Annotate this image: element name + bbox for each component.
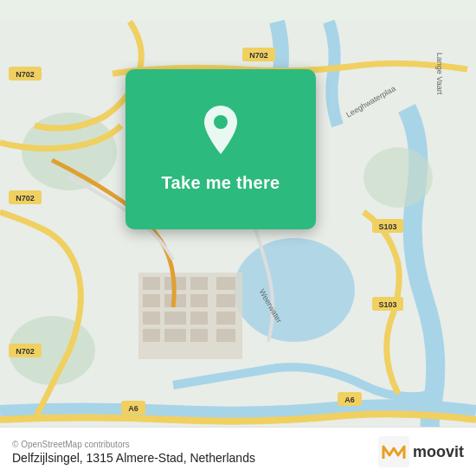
svg-text:N702: N702: [16, 347, 35, 356]
bottom-left-info: © OpenStreetMap contributors Delfzijlsin…: [12, 440, 255, 465]
take-me-there-button[interactable]: Take me there: [162, 173, 280, 193]
svg-rect-9: [216, 277, 235, 290]
svg-rect-20: [190, 329, 208, 342]
svg-rect-18: [143, 329, 160, 342]
svg-point-1: [234, 238, 355, 342]
bottom-bar: © OpenStreetMap contributors Delfzijlsin…: [0, 427, 476, 476]
moovit-brand-text: moovit: [413, 443, 464, 461]
svg-rect-10: [143, 294, 160, 307]
svg-text:S103: S103: [378, 300, 396, 309]
svg-text:Lange Vaart: Lange Vaart: [435, 53, 444, 95]
svg-rect-17: [216, 312, 235, 325]
svg-text:S103: S103: [378, 222, 396, 231]
svg-text:N702: N702: [249, 51, 268, 60]
svg-point-4: [363, 147, 433, 208]
svg-rect-13: [216, 294, 235, 307]
svg-rect-15: [164, 312, 186, 325]
moovit-logo: moovit: [378, 436, 464, 467]
svg-rect-14: [143, 312, 160, 325]
svg-rect-21: [216, 329, 235, 342]
moovit-logo-icon: [378, 436, 409, 467]
svg-text:N702: N702: [16, 194, 35, 203]
svg-rect-16: [190, 312, 208, 325]
svg-rect-8: [190, 277, 208, 290]
address-text: Delfzijlsingel, 1315 Almere-Stad, Nether…: [12, 451, 255, 465]
svg-rect-19: [164, 329, 186, 342]
svg-rect-12: [190, 294, 208, 307]
map-container: N702 N702 N702 N702 S103 S103 A6 A6 Leeg…: [0, 0, 476, 476]
svg-text:N702: N702: [16, 70, 35, 79]
location-card[interactable]: Take me there: [125, 69, 316, 229]
osm-attribution: © OpenStreetMap contributors: [12, 440, 255, 449]
svg-text:A6: A6: [344, 396, 355, 404]
svg-rect-6: [143, 277, 160, 290]
svg-point-41: [214, 115, 228, 129]
svg-text:A6: A6: [128, 404, 138, 413]
map-pin-icon: [196, 106, 245, 161]
